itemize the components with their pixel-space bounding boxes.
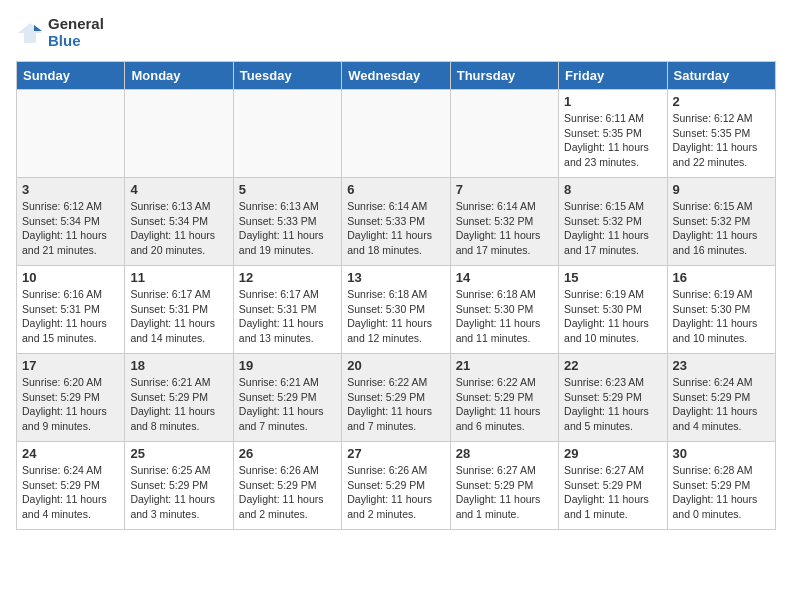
- calendar-cell: 30Sunrise: 6:28 AM Sunset: 5:29 PM Dayli…: [667, 442, 775, 530]
- calendar-cell: 29Sunrise: 6:27 AM Sunset: 5:29 PM Dayli…: [559, 442, 667, 530]
- day-number: 28: [456, 446, 553, 461]
- day-info: Sunrise: 6:25 AM Sunset: 5:29 PM Dayligh…: [130, 463, 227, 522]
- weekday-header-thursday: Thursday: [450, 62, 558, 90]
- weekday-header-wednesday: Wednesday: [342, 62, 450, 90]
- calendar-cell: 22Sunrise: 6:23 AM Sunset: 5:29 PM Dayli…: [559, 354, 667, 442]
- day-number: 8: [564, 182, 661, 197]
- page-header: General Blue: [16, 16, 776, 49]
- day-number: 26: [239, 446, 336, 461]
- day-number: 7: [456, 182, 553, 197]
- day-info: Sunrise: 6:22 AM Sunset: 5:29 PM Dayligh…: [347, 375, 444, 434]
- day-number: 19: [239, 358, 336, 373]
- weekday-header-sunday: Sunday: [17, 62, 125, 90]
- day-number: 9: [673, 182, 770, 197]
- day-info: Sunrise: 6:11 AM Sunset: 5:35 PM Dayligh…: [564, 111, 661, 170]
- day-number: 5: [239, 182, 336, 197]
- day-info: Sunrise: 6:15 AM Sunset: 5:32 PM Dayligh…: [673, 199, 770, 258]
- day-number: 12: [239, 270, 336, 285]
- calendar-cell: 17Sunrise: 6:20 AM Sunset: 5:29 PM Dayli…: [17, 354, 125, 442]
- day-info: Sunrise: 6:28 AM Sunset: 5:29 PM Dayligh…: [673, 463, 770, 522]
- day-info: Sunrise: 6:26 AM Sunset: 5:29 PM Dayligh…: [239, 463, 336, 522]
- calendar-week-row: 1Sunrise: 6:11 AM Sunset: 5:35 PM Daylig…: [17, 90, 776, 178]
- day-info: Sunrise: 6:24 AM Sunset: 5:29 PM Dayligh…: [673, 375, 770, 434]
- weekday-header-saturday: Saturday: [667, 62, 775, 90]
- calendar-cell: 20Sunrise: 6:22 AM Sunset: 5:29 PM Dayli…: [342, 354, 450, 442]
- day-number: 4: [130, 182, 227, 197]
- calendar-cell: 10Sunrise: 6:16 AM Sunset: 5:31 PM Dayli…: [17, 266, 125, 354]
- svg-marker-0: [18, 23, 42, 43]
- day-info: Sunrise: 6:16 AM Sunset: 5:31 PM Dayligh…: [22, 287, 119, 346]
- day-info: Sunrise: 6:21 AM Sunset: 5:29 PM Dayligh…: [239, 375, 336, 434]
- day-info: Sunrise: 6:18 AM Sunset: 5:30 PM Dayligh…: [347, 287, 444, 346]
- calendar-cell: 7Sunrise: 6:14 AM Sunset: 5:32 PM Daylig…: [450, 178, 558, 266]
- day-info: Sunrise: 6:12 AM Sunset: 5:35 PM Dayligh…: [673, 111, 770, 170]
- calendar-cell: 25Sunrise: 6:25 AM Sunset: 5:29 PM Dayli…: [125, 442, 233, 530]
- logo: General Blue: [16, 16, 104, 49]
- day-number: 13: [347, 270, 444, 285]
- weekday-header-monday: Monday: [125, 62, 233, 90]
- calendar-cell: 26Sunrise: 6:26 AM Sunset: 5:29 PM Dayli…: [233, 442, 341, 530]
- day-info: Sunrise: 6:18 AM Sunset: 5:30 PM Dayligh…: [456, 287, 553, 346]
- calendar-cell: 27Sunrise: 6:26 AM Sunset: 5:29 PM Dayli…: [342, 442, 450, 530]
- day-number: 2: [673, 94, 770, 109]
- day-info: Sunrise: 6:17 AM Sunset: 5:31 PM Dayligh…: [130, 287, 227, 346]
- day-info: Sunrise: 6:20 AM Sunset: 5:29 PM Dayligh…: [22, 375, 119, 434]
- day-number: 22: [564, 358, 661, 373]
- calendar-week-row: 10Sunrise: 6:16 AM Sunset: 5:31 PM Dayli…: [17, 266, 776, 354]
- day-number: 3: [22, 182, 119, 197]
- calendar-cell: 16Sunrise: 6:19 AM Sunset: 5:30 PM Dayli…: [667, 266, 775, 354]
- calendar-cell: [17, 90, 125, 178]
- day-info: Sunrise: 6:21 AM Sunset: 5:29 PM Dayligh…: [130, 375, 227, 434]
- day-info: Sunrise: 6:12 AM Sunset: 5:34 PM Dayligh…: [22, 199, 119, 258]
- logo-blue-text: Blue: [48, 33, 104, 50]
- day-info: Sunrise: 6:13 AM Sunset: 5:33 PM Dayligh…: [239, 199, 336, 258]
- calendar-cell: 1Sunrise: 6:11 AM Sunset: 5:35 PM Daylig…: [559, 90, 667, 178]
- calendar-cell: 18Sunrise: 6:21 AM Sunset: 5:29 PM Dayli…: [125, 354, 233, 442]
- calendar-week-row: 3Sunrise: 6:12 AM Sunset: 5:34 PM Daylig…: [17, 178, 776, 266]
- day-number: 15: [564, 270, 661, 285]
- calendar-cell: 13Sunrise: 6:18 AM Sunset: 5:30 PM Dayli…: [342, 266, 450, 354]
- calendar-week-row: 24Sunrise: 6:24 AM Sunset: 5:29 PM Dayli…: [17, 442, 776, 530]
- day-info: Sunrise: 6:15 AM Sunset: 5:32 PM Dayligh…: [564, 199, 661, 258]
- day-info: Sunrise: 6:27 AM Sunset: 5:29 PM Dayligh…: [564, 463, 661, 522]
- calendar-cell: 24Sunrise: 6:24 AM Sunset: 5:29 PM Dayli…: [17, 442, 125, 530]
- day-number: 1: [564, 94, 661, 109]
- calendar-cell: 14Sunrise: 6:18 AM Sunset: 5:30 PM Dayli…: [450, 266, 558, 354]
- calendar-cell: 4Sunrise: 6:13 AM Sunset: 5:34 PM Daylig…: [125, 178, 233, 266]
- calendar-cell: 15Sunrise: 6:19 AM Sunset: 5:30 PM Dayli…: [559, 266, 667, 354]
- calendar-cell: 23Sunrise: 6:24 AM Sunset: 5:29 PM Dayli…: [667, 354, 775, 442]
- calendar-cell: 5Sunrise: 6:13 AM Sunset: 5:33 PM Daylig…: [233, 178, 341, 266]
- calendar-cell: 19Sunrise: 6:21 AM Sunset: 5:29 PM Dayli…: [233, 354, 341, 442]
- day-info: Sunrise: 6:19 AM Sunset: 5:30 PM Dayligh…: [564, 287, 661, 346]
- day-number: 27: [347, 446, 444, 461]
- day-number: 24: [22, 446, 119, 461]
- day-info: Sunrise: 6:27 AM Sunset: 5:29 PM Dayligh…: [456, 463, 553, 522]
- calendar-week-row: 17Sunrise: 6:20 AM Sunset: 5:29 PM Dayli…: [17, 354, 776, 442]
- day-info: Sunrise: 6:14 AM Sunset: 5:32 PM Dayligh…: [456, 199, 553, 258]
- day-info: Sunrise: 6:13 AM Sunset: 5:34 PM Dayligh…: [130, 199, 227, 258]
- day-number: 14: [456, 270, 553, 285]
- day-number: 16: [673, 270, 770, 285]
- calendar-table: SundayMondayTuesdayWednesdayThursdayFrid…: [16, 61, 776, 530]
- calendar-cell: 21Sunrise: 6:22 AM Sunset: 5:29 PM Dayli…: [450, 354, 558, 442]
- day-info: Sunrise: 6:26 AM Sunset: 5:29 PM Dayligh…: [347, 463, 444, 522]
- calendar-cell: [125, 90, 233, 178]
- calendar-cell: 6Sunrise: 6:14 AM Sunset: 5:33 PM Daylig…: [342, 178, 450, 266]
- day-number: 18: [130, 358, 227, 373]
- svg-marker-1: [34, 25, 42, 31]
- day-number: 23: [673, 358, 770, 373]
- day-number: 20: [347, 358, 444, 373]
- day-number: 25: [130, 446, 227, 461]
- calendar-cell: 9Sunrise: 6:15 AM Sunset: 5:32 PM Daylig…: [667, 178, 775, 266]
- day-info: Sunrise: 6:24 AM Sunset: 5:29 PM Dayligh…: [22, 463, 119, 522]
- calendar-cell: 8Sunrise: 6:15 AM Sunset: 5:32 PM Daylig…: [559, 178, 667, 266]
- calendar-cell: 28Sunrise: 6:27 AM Sunset: 5:29 PM Dayli…: [450, 442, 558, 530]
- calendar-cell: 3Sunrise: 6:12 AM Sunset: 5:34 PM Daylig…: [17, 178, 125, 266]
- day-number: 6: [347, 182, 444, 197]
- weekday-header-friday: Friday: [559, 62, 667, 90]
- day-info: Sunrise: 6:14 AM Sunset: 5:33 PM Dayligh…: [347, 199, 444, 258]
- calendar-cell: 2Sunrise: 6:12 AM Sunset: 5:35 PM Daylig…: [667, 90, 775, 178]
- weekday-header-row: SundayMondayTuesdayWednesdayThursdayFrid…: [17, 62, 776, 90]
- day-info: Sunrise: 6:19 AM Sunset: 5:30 PM Dayligh…: [673, 287, 770, 346]
- weekday-header-tuesday: Tuesday: [233, 62, 341, 90]
